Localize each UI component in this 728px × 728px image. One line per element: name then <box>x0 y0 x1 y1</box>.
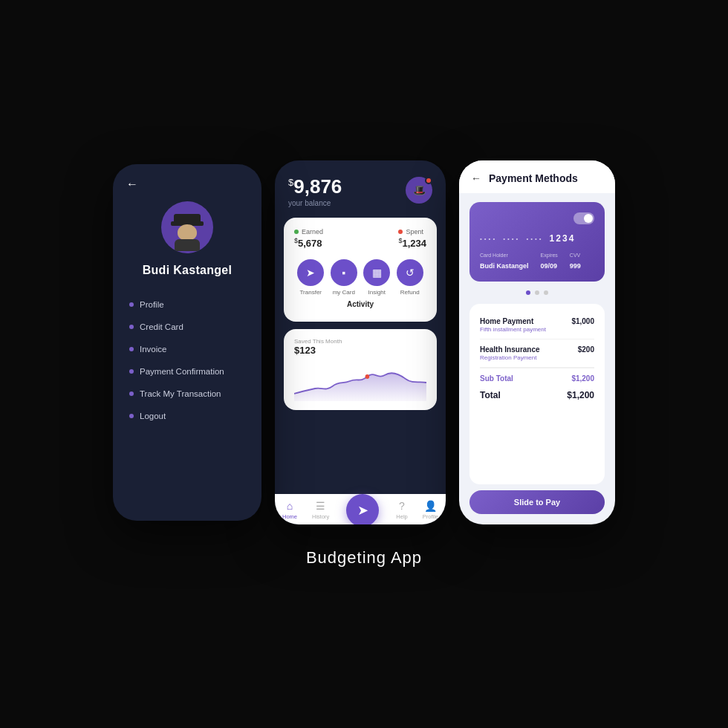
earned-amount: $5,678 <box>294 237 323 249</box>
menu-item-invoice[interactable]: Invoice <box>129 338 245 360</box>
spent-item: Spent $1,234 <box>398 228 426 249</box>
activity-title: Activity <box>294 300 426 308</box>
action-icons: ➤ Transfer ▪ my Card ▦ Insight ↺ Refund <box>294 259 426 296</box>
payment-header: ← Payment Methods <box>459 160 615 193</box>
menu-dot <box>129 302 134 307</box>
payment-row-health: Health Insurance $200 Registration Payme… <box>480 339 594 368</box>
card-carousel-dots <box>459 290 615 295</box>
menu-item-credit-card[interactable]: Credit Card <box>129 316 245 338</box>
home-payment-name: Home Payment <box>480 317 533 325</box>
health-payment-sub: Registration Payment <box>480 354 594 361</box>
notification-dot <box>425 177 432 184</box>
card-label: my Card <box>333 289 355 296</box>
back-button[interactable]: ← <box>126 178 138 191</box>
action-card[interactable]: ▪ my Card <box>331 259 357 296</box>
payment-methods-title: Payment Methods <box>489 172 578 184</box>
menu-label: Credit Card <box>140 322 183 331</box>
spent-label: Spent <box>406 228 423 235</box>
card-holder-label: Card Holder <box>480 253 529 258</box>
toggle-knob <box>584 214 593 223</box>
health-payment-name: Health Insurance <box>480 345 540 354</box>
menu-dot <box>129 369 134 374</box>
health-payment-amount: $200 <box>578 345 594 354</box>
spent-dot <box>398 230 403 234</box>
avatar-figure <box>172 212 202 242</box>
fab-transfer-button[interactable]: ➤ <box>346 494 379 525</box>
svg-point-0 <box>365 374 370 379</box>
card-holder-name: Budi Kastangel <box>480 262 529 270</box>
menu-item-track-transaction[interactable]: Track My Transaction <box>129 383 245 405</box>
earned-label: Earned <box>302 228 323 235</box>
balance-amount: $9,876 <box>288 177 342 196</box>
action-transfer[interactable]: ➤ Transfer <box>297 259 324 296</box>
menu-dot <box>129 391 134 396</box>
slide-to-pay-button[interactable]: Slide to Pay <box>469 490 605 514</box>
avatar-small[interactable]: 🎩 <box>406 177 432 204</box>
action-refund[interactable]: ↺ Refund <box>397 259 423 296</box>
card-dots-3: •••• <box>526 235 543 242</box>
earned-spent-card: Earned $5,678 Spent $1,234 <box>284 218 437 322</box>
nav-home-label: Home <box>282 513 297 520</box>
card-toggle-row <box>480 212 594 224</box>
cvv-label: CVV <box>570 253 581 258</box>
profile-icon: 👤 <box>424 500 437 512</box>
user-name: Budi Kastangel <box>113 264 261 277</box>
total-row: Total $1,200 <box>480 386 594 408</box>
menu-item-payment-confirmation[interactable]: Payment Confirmation <box>129 360 245 383</box>
payment-row-home: Home Payment $1,000 Fifth installment pa… <box>480 311 594 339</box>
refund-icon: ↺ <box>397 259 423 286</box>
payment-back-button[interactable]: ← <box>471 172 481 184</box>
earned-item: Earned $5,678 <box>294 228 323 249</box>
menu-dot <box>129 414 134 418</box>
nav-help[interactable]: ? Help <box>396 500 407 520</box>
home-payment-sub: Fifth installment payment <box>480 326 594 333</box>
menu-item-profile[interactable]: Profile <box>129 293 245 316</box>
menu-item-logout[interactable]: Logout <box>129 405 245 427</box>
spent-amount: $1,234 <box>398 237 426 249</box>
earned-spent-row: Earned $5,678 Spent $1,234 <box>294 228 426 249</box>
menu-label: Profile <box>140 300 164 309</box>
screens-container: ← Budi Kastangel Profile Credit Card <box>113 160 615 524</box>
menu-label: Payment Confirmation <box>140 367 224 376</box>
card-toggle[interactable] <box>573 212 594 224</box>
cvv-value: 999 <box>570 262 581 270</box>
card-info-row: Card Holder Budi Kastangel Expires 09/09… <box>480 253 594 271</box>
expires-label: Expires <box>541 253 558 258</box>
carousel-dot-1[interactable] <box>526 290 530 295</box>
screen-menu: ← Budi Kastangel Profile Credit Card <box>113 164 261 521</box>
nav-history[interactable]: ☰ History <box>312 500 329 520</box>
balance-label: your balance <box>288 199 342 207</box>
subtotal-row: Sub Total $1,200 <box>480 368 594 386</box>
expires-value: 09/09 <box>541 262 558 270</box>
card-cvv: CVV 999 <box>570 253 581 271</box>
screen-dashboard: $9,876 your balance 🎩 Earned $5,678 <box>275 160 446 524</box>
transfer-icon: ➤ <box>297 259 324 286</box>
saved-section: Saved This Month $123 <box>284 329 437 410</box>
carousel-dot-2[interactable] <box>535 290 539 295</box>
card-number-row: •••• •••• •••• 1234 <box>480 233 594 244</box>
card-holder: Card Holder Budi Kastangel <box>480 253 529 271</box>
saved-amount: $123 <box>294 345 426 356</box>
nav-profile[interactable]: 👤 Profile <box>423 500 438 520</box>
menu-label: Track My Transaction <box>140 389 221 398</box>
card-icon: ▪ <box>331 259 357 286</box>
action-insight[interactable]: ▦ Insight <box>363 259 390 296</box>
nav-home[interactable]: ⌂ Home <box>282 500 297 520</box>
nav-profile-label: Profile <box>423 513 438 520</box>
insight-icon: ▦ <box>363 259 390 286</box>
avatar-face <box>178 224 197 241</box>
earned-dot <box>294 230 299 234</box>
app-title: Budgeting App <box>306 548 422 568</box>
nav-bar: ⌂ Home ☰ History ➤ ? Help 👤 Profile <box>275 494 446 524</box>
card-dots-2: •••• <box>503 235 520 242</box>
home-icon: ⌂ <box>287 500 293 512</box>
activity-chart <box>294 360 426 401</box>
menu-dot <box>129 325 134 329</box>
menu-label: Invoice <box>140 345 166 354</box>
home-payment-amount: $1,000 <box>571 317 594 325</box>
screen-payment: ← Payment Methods •••• •••• •••• 1234 Ca… <box>459 160 615 524</box>
menu-list: Profile Credit Card Invoice Payment Conf… <box>113 293 261 427</box>
refund-label: Refund <box>400 289 420 296</box>
total-amount: $1,200 <box>567 390 594 400</box>
carousel-dot-3[interactable] <box>544 290 548 295</box>
